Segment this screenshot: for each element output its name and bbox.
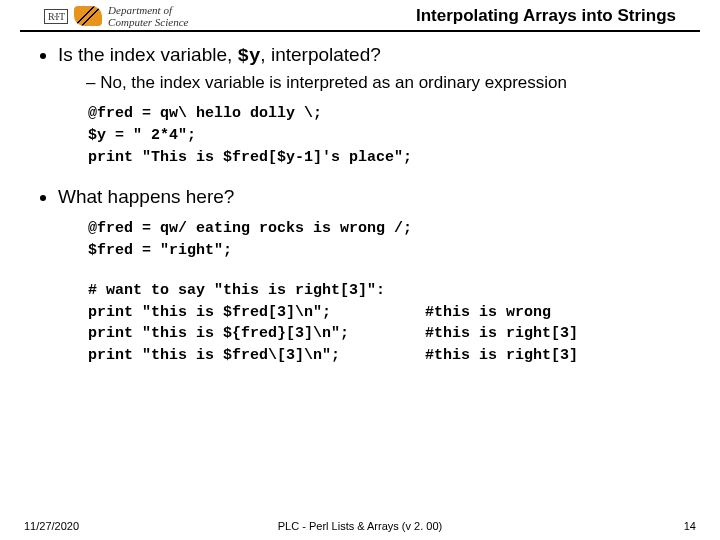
code-block-2: @fred = qw/ eating rocks is wrong /; $fr… <box>88 218 690 262</box>
bullet-q1-sub: No, the index variable is interpreted as… <box>86 73 690 93</box>
bullet-q1-sub-list: No, the index variable is interpreted as… <box>58 73 690 93</box>
bullet-q1: Is the index variable, $y, interpolated?… <box>58 44 690 168</box>
slide-content: Is the index variable, $y, interpolated?… <box>0 32 720 367</box>
rit-logo-text: R·I·T <box>44 9 68 24</box>
code-block-3-right: #this is wrong #this is right[3] #this i… <box>425 280 578 367</box>
slide-title: Interpolating Arrays into Strings <box>416 6 676 26</box>
tiger-icon <box>74 6 102 26</box>
bullet-list: Is the index variable, $y, interpolated?… <box>44 44 690 367</box>
slide-header: R·I·T Department of Computer Science Int… <box>20 0 700 32</box>
footer-center: PLC - Perl Lists & Arrays (v 2. 00) <box>0 520 720 532</box>
code-block-3-left: # want to say "this is right[3]": print … <box>88 280 385 367</box>
bullet-q2: What happens here? @fred = qw/ eating ro… <box>58 186 690 367</box>
code-block-1: @fred = qw\ hello dolly \; $y = " 2*4"; … <box>88 103 690 168</box>
slide-footer: 11/27/2020 PLC - Perl Lists & Arrays (v … <box>0 520 720 532</box>
logo-dept-line: Department of Computer Science <box>108 4 188 28</box>
logo-block: R·I·T Department of Computer Science <box>44 4 188 28</box>
code-block-3-columns: # want to say "this is right[3]": print … <box>88 280 690 367</box>
